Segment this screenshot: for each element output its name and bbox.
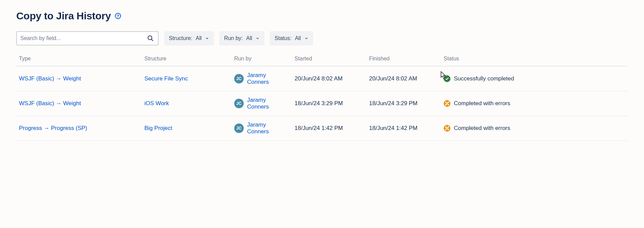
history-table: Type Structure Run by Started Finished S… (16, 52, 628, 141)
user-cell: JCJaramy Conners (234, 97, 289, 110)
structure-link[interactable]: Big Project (144, 125, 172, 131)
status-cell: Completed with errors (444, 100, 625, 107)
finished-cell: 18/Jun/24 3:29 PM (366, 91, 441, 116)
toolbar: Structure: All Run by: All Status: All (16, 31, 628, 45)
avatar: JC (234, 74, 244, 83)
avatar: JC (234, 99, 244, 108)
status-cell: Successfully completed (444, 75, 625, 82)
chevron-down-icon (256, 36, 260, 40)
avatar: JC (234, 124, 244, 133)
table-row[interactable]: WSJF (Basic) → WeightiOS WorkJCJaramy Co… (16, 91, 628, 116)
user-link[interactable]: Jaramy Conners (247, 97, 289, 110)
filter-status-value: All (295, 35, 301, 41)
filter-structure-value: All (196, 35, 202, 41)
user-cell: JCJaramy Conners (234, 121, 289, 135)
finished-cell: 18/Jun/24 1:42 PM (366, 116, 441, 141)
search-button[interactable] (146, 34, 155, 43)
warning-circle-icon (444, 100, 450, 107)
filter-runby-label: Run by: (224, 35, 243, 41)
table-header-row: Type Structure Run by Started Finished S… (16, 52, 628, 66)
svg-point-4 (447, 104, 449, 105)
status-text: Completed with errors (454, 100, 510, 107)
filter-runby[interactable]: Run by: All (219, 31, 264, 45)
col-header-finished[interactable]: Finished (366, 52, 441, 66)
search-icon (147, 35, 154, 42)
svg-point-3 (445, 102, 447, 103)
status-text: Completed with errors (454, 125, 510, 132)
chevron-down-icon (205, 36, 209, 40)
user-link[interactable]: Jaramy Conners (247, 72, 289, 86)
check-circle-icon (444, 75, 450, 82)
filter-structure-label: Structure: (169, 35, 192, 41)
svg-point-0 (148, 36, 152, 40)
col-header-runby[interactable]: Run by (232, 52, 292, 66)
filter-structure[interactable]: Structure: All (164, 31, 214, 45)
table-row[interactable]: WSJF (Basic) → WeightSecure File SyncJCJ… (16, 66, 628, 91)
warning-circle-icon (444, 125, 450, 132)
page-title: Copy to Jira History (16, 10, 111, 22)
user-link[interactable]: Jaramy Conners (247, 121, 289, 135)
filter-status[interactable]: Status: All (270, 31, 313, 45)
svg-point-7 (447, 129, 449, 130)
structure-link[interactable]: iOS Work (144, 100, 169, 107)
started-cell: 20/Jun/24 8:02 AM (292, 66, 366, 91)
structure-link[interactable]: Secure File Sync (144, 75, 188, 82)
table-row[interactable]: Progress → Progress (SP)Big ProjectJCJar… (16, 116, 628, 141)
search-input[interactable] (20, 35, 146, 41)
col-header-type[interactable]: Type (16, 52, 142, 66)
type-link[interactable]: WSJF (Basic) → Weight (19, 75, 81, 82)
col-header-status[interactable]: Status (441, 52, 628, 66)
col-header-structure[interactable]: Structure (142, 52, 232, 66)
filter-runby-value: All (246, 35, 252, 41)
page-header: Copy to Jira History ? (16, 10, 628, 22)
status-cell: Completed with errors (444, 125, 625, 132)
svg-point-6 (445, 127, 447, 128)
type-link[interactable]: WSJF (Basic) → Weight (19, 100, 81, 107)
help-icon[interactable]: ? (115, 13, 121, 19)
started-cell: 18/Jun/24 3:29 PM (292, 91, 366, 116)
user-cell: JCJaramy Conners (234, 72, 289, 86)
svg-line-1 (152, 39, 153, 41)
status-text: Successfully completed (454, 75, 514, 82)
chevron-down-icon (304, 36, 308, 40)
filter-status-label: Status: (275, 35, 291, 41)
type-link[interactable]: Progress → Progress (SP) (19, 125, 87, 131)
finished-cell: 20/Jun/24 8:02 AM (366, 66, 441, 91)
search-field-wrapper (16, 31, 159, 45)
col-header-started[interactable]: Started (292, 52, 366, 66)
started-cell: 18/Jun/24 1:42 PM (292, 116, 366, 141)
